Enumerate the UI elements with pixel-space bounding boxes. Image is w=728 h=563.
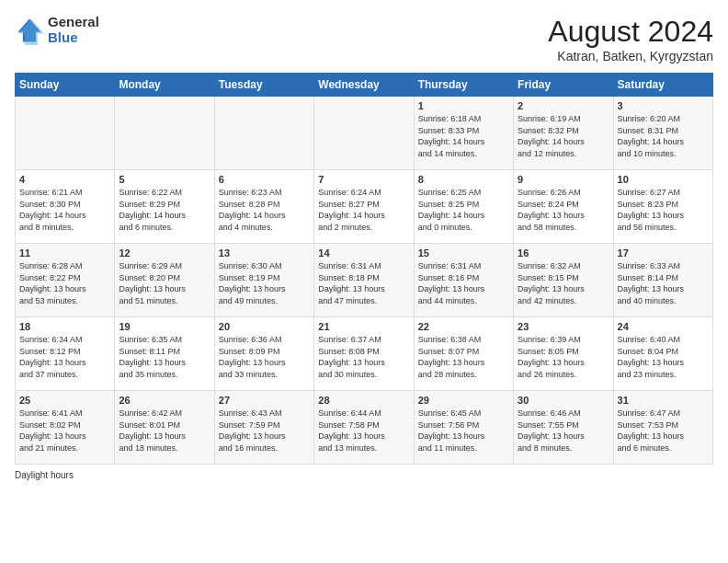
logo: General Blue: [15, 15, 99, 45]
day-number: 14: [318, 247, 409, 259]
day-info: Sunrise: 6:19 AM Sunset: 8:32 PM Dayligh…: [518, 113, 609, 159]
logo-icon: [15, 16, 44, 45]
day-number: 28: [318, 395, 409, 406]
month-year-title: August 2024: [548, 15, 713, 49]
calendar-cell: 29Sunrise: 6:45 AM Sunset: 7:56 PM Dayli…: [414, 391, 513, 465]
day-number: 25: [19, 395, 110, 406]
calendar-week-row: 18Sunrise: 6:34 AM Sunset: 8:12 PM Dayli…: [16, 317, 713, 391]
day-number: 7: [318, 174, 409, 185]
calendar-header-tuesday: Tuesday: [214, 74, 313, 97]
calendar-cell: [16, 97, 115, 170]
calendar-header-thursday: Thursday: [414, 74, 513, 97]
day-number: 24: [618, 321, 709, 332]
calendar-cell: 14Sunrise: 6:31 AM Sunset: 8:18 PM Dayli…: [314, 244, 414, 317]
calendar-cell: [214, 97, 313, 170]
day-number: 26: [119, 395, 210, 406]
calendar-cell: 26Sunrise: 6:42 AM Sunset: 8:01 PM Dayli…: [115, 391, 214, 465]
logo-general-text: General: [48, 15, 99, 30]
calendar-cell: 18Sunrise: 6:34 AM Sunset: 8:12 PM Dayli…: [16, 317, 115, 391]
day-number: 18: [19, 321, 110, 332]
calendar-cell: 11Sunrise: 6:28 AM Sunset: 8:22 PM Dayli…: [16, 244, 115, 317]
day-info: Sunrise: 6:26 AM Sunset: 8:24 PM Dayligh…: [518, 187, 609, 233]
calendar-cell: 20Sunrise: 6:36 AM Sunset: 8:09 PM Dayli…: [214, 317, 313, 391]
day-number: 1: [418, 100, 509, 111]
day-info: Sunrise: 6:21 AM Sunset: 8:30 PM Dayligh…: [19, 187, 110, 233]
day-info: Sunrise: 6:35 AM Sunset: 8:11 PM Dayligh…: [119, 334, 210, 380]
calendar-cell: 27Sunrise: 6:43 AM Sunset: 7:59 PM Dayli…: [214, 391, 313, 465]
day-number: 4: [19, 174, 110, 185]
day-number: 30: [518, 395, 609, 406]
day-info: Sunrise: 6:24 AM Sunset: 8:27 PM Dayligh…: [318, 187, 409, 233]
calendar-cell: 22Sunrise: 6:38 AM Sunset: 8:07 PM Dayli…: [414, 317, 513, 391]
day-info: Sunrise: 6:31 AM Sunset: 8:16 PM Dayligh…: [418, 260, 509, 306]
calendar-cell: 7Sunrise: 6:24 AM Sunset: 8:27 PM Daylig…: [314, 170, 414, 244]
calendar-header-saturday: Saturday: [613, 74, 712, 97]
calendar-cell: 28Sunrise: 6:44 AM Sunset: 7:58 PM Dayli…: [314, 391, 414, 465]
day-number: 9: [518, 174, 609, 185]
calendar-cell: 8Sunrise: 6:25 AM Sunset: 8:25 PM Daylig…: [414, 170, 513, 244]
footer: Daylight hours: [15, 470, 713, 480]
day-info: Sunrise: 6:18 AM Sunset: 8:33 PM Dayligh…: [418, 113, 509, 159]
day-info: Sunrise: 6:47 AM Sunset: 7:53 PM Dayligh…: [618, 408, 709, 454]
day-number: 2: [518, 100, 609, 111]
header: General Blue August 2024 Katran, Batken,…: [15, 15, 713, 63]
calendar-header-sunday: Sunday: [16, 74, 115, 97]
svg-marker-1: [18, 18, 44, 44]
day-info: Sunrise: 6:38 AM Sunset: 8:07 PM Dayligh…: [418, 334, 509, 380]
day-info: Sunrise: 6:42 AM Sunset: 8:01 PM Dayligh…: [119, 408, 210, 454]
calendar-cell: 2Sunrise: 6:19 AM Sunset: 8:32 PM Daylig…: [514, 97, 613, 170]
day-info: Sunrise: 6:32 AM Sunset: 8:15 PM Dayligh…: [518, 260, 609, 306]
day-number: 6: [219, 174, 310, 185]
day-number: 5: [119, 174, 210, 185]
day-info: Sunrise: 6:45 AM Sunset: 7:56 PM Dayligh…: [418, 408, 509, 454]
day-info: Sunrise: 6:30 AM Sunset: 8:19 PM Dayligh…: [219, 260, 310, 306]
location-subtitle: Katran, Batken, Kyrgyzstan: [548, 49, 713, 63]
day-info: Sunrise: 6:46 AM Sunset: 7:55 PM Dayligh…: [518, 408, 609, 454]
day-info: Sunrise: 6:41 AM Sunset: 8:02 PM Dayligh…: [19, 408, 110, 454]
calendar-cell: 13Sunrise: 6:30 AM Sunset: 8:19 PM Dayli…: [214, 244, 313, 317]
calendar-header-friday: Friday: [514, 74, 613, 97]
calendar-cell: 25Sunrise: 6:41 AM Sunset: 8:02 PM Dayli…: [16, 391, 115, 465]
calendar-cell: 9Sunrise: 6:26 AM Sunset: 8:24 PM Daylig…: [514, 170, 613, 244]
calendar-cell: 24Sunrise: 6:40 AM Sunset: 8:04 PM Dayli…: [613, 317, 712, 391]
day-info: Sunrise: 6:28 AM Sunset: 8:22 PM Dayligh…: [19, 260, 110, 306]
calendar-cell: 3Sunrise: 6:20 AM Sunset: 8:31 PM Daylig…: [613, 97, 712, 170]
day-number: 20: [219, 321, 310, 332]
day-number: 16: [518, 247, 609, 259]
day-info: Sunrise: 6:43 AM Sunset: 7:59 PM Dayligh…: [219, 408, 310, 454]
calendar-cell: 12Sunrise: 6:29 AM Sunset: 8:20 PM Dayli…: [115, 244, 214, 317]
logo-blue-text: Blue: [48, 30, 99, 46]
calendar-cell: [115, 97, 214, 170]
day-number: 21: [318, 321, 409, 332]
calendar-cell: [314, 97, 414, 170]
calendar-cell: 31Sunrise: 6:47 AM Sunset: 7:53 PM Dayli…: [613, 391, 712, 465]
day-number: 31: [618, 395, 709, 406]
day-info: Sunrise: 6:23 AM Sunset: 8:28 PM Dayligh…: [219, 187, 310, 233]
day-number: 29: [418, 395, 509, 406]
day-number: 19: [119, 321, 210, 332]
day-number: 17: [618, 247, 709, 259]
calendar-cell: 5Sunrise: 6:22 AM Sunset: 8:29 PM Daylig…: [115, 170, 214, 244]
day-number: 10: [618, 174, 709, 185]
day-info: Sunrise: 6:27 AM Sunset: 8:23 PM Dayligh…: [618, 187, 709, 233]
logo-text: General Blue: [48, 15, 99, 45]
day-info: Sunrise: 6:37 AM Sunset: 8:08 PM Dayligh…: [318, 334, 409, 380]
calendar-cell: 4Sunrise: 6:21 AM Sunset: 8:30 PM Daylig…: [16, 170, 115, 244]
day-info: Sunrise: 6:25 AM Sunset: 8:25 PM Dayligh…: [418, 187, 509, 233]
calendar-cell: 19Sunrise: 6:35 AM Sunset: 8:11 PM Dayli…: [115, 317, 214, 391]
day-number: 23: [518, 321, 609, 332]
day-info: Sunrise: 6:39 AM Sunset: 8:05 PM Dayligh…: [518, 334, 609, 380]
day-info: Sunrise: 6:31 AM Sunset: 8:18 PM Dayligh…: [318, 260, 409, 306]
day-info: Sunrise: 6:22 AM Sunset: 8:29 PM Dayligh…: [119, 187, 210, 233]
calendar-week-row: 4Sunrise: 6:21 AM Sunset: 8:30 PM Daylig…: [16, 170, 713, 244]
day-number: 13: [219, 247, 310, 259]
page: General Blue August 2024 Katran, Batken,…: [0, 0, 728, 489]
calendar-cell: 16Sunrise: 6:32 AM Sunset: 8:15 PM Dayli…: [514, 244, 613, 317]
title-block: August 2024 Katran, Batken, Kyrgyzstan: [548, 15, 713, 63]
day-number: 27: [219, 395, 310, 406]
day-info: Sunrise: 6:33 AM Sunset: 8:14 PM Dayligh…: [618, 260, 709, 306]
calendar-header-monday: Monday: [115, 74, 214, 97]
calendar-cell: 21Sunrise: 6:37 AM Sunset: 8:08 PM Dayli…: [314, 317, 414, 391]
day-number: 11: [19, 247, 110, 259]
calendar-cell: 30Sunrise: 6:46 AM Sunset: 7:55 PM Dayli…: [514, 391, 613, 465]
